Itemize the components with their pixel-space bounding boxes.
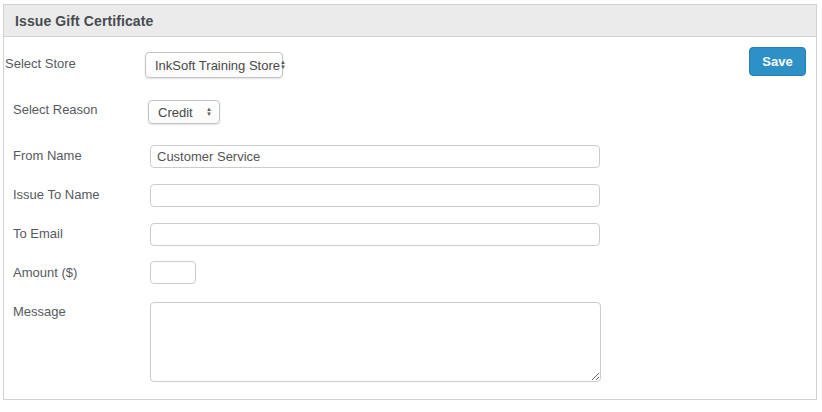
amount-label: Amount ($)	[13, 265, 77, 281]
up-down-arrows-icon: ▲ ▼	[199, 107, 219, 117]
message-label: Message	[13, 304, 66, 320]
to-email-input[interactable]	[150, 223, 600, 246]
up-down-arrows-icon: ▲ ▼	[280, 60, 286, 70]
panel-title: Issue Gift Certificate	[15, 13, 153, 29]
reason-select[interactable]: Credit ▲ ▼	[148, 100, 220, 124]
amount-input[interactable]	[150, 261, 196, 284]
reason-select-value: Credit	[149, 105, 199, 120]
save-button[interactable]: Save	[749, 47, 806, 76]
select-reason-label: Select Reason	[13, 102, 98, 118]
page: Issue Gift Certificate Select Store InkS…	[0, 0, 822, 412]
from-name-label: From Name	[13, 148, 82, 164]
select-store-label: Select Store	[5, 56, 76, 72]
save-button-label: Save	[762, 54, 792, 69]
store-select[interactable]: InkSoft Training Store ▲ ▼	[145, 52, 283, 78]
panel-header: Issue Gift Certificate	[4, 5, 816, 37]
to-email-label: To Email	[13, 226, 63, 242]
issue-to-name-input[interactable]	[150, 184, 600, 207]
message-textarea[interactable]	[150, 302, 601, 382]
from-name-input[interactable]	[150, 145, 600, 168]
issue-to-name-label: Issue To Name	[13, 187, 99, 203]
store-select-value: InkSoft Training Store	[146, 58, 280, 73]
